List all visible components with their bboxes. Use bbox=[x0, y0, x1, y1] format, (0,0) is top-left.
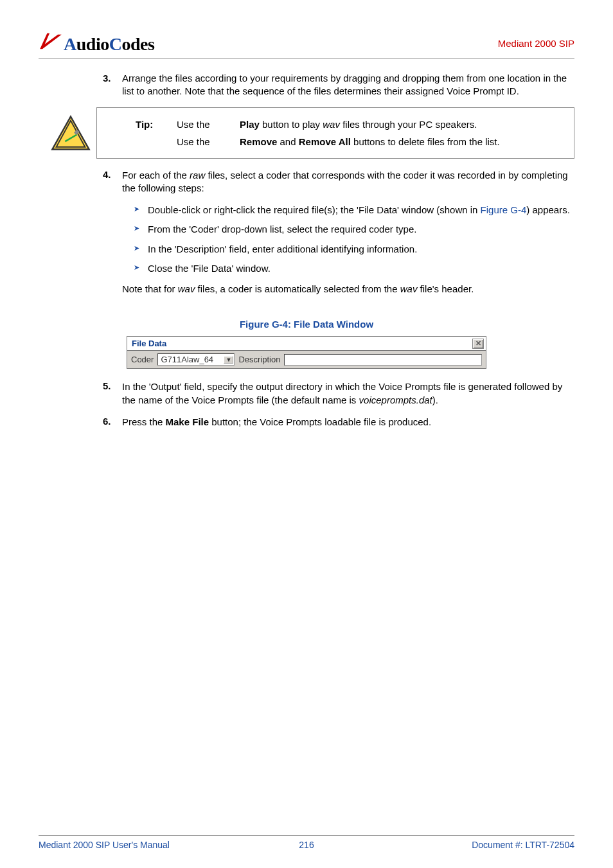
chevron-down-icon: ▼ bbox=[224, 356, 233, 364]
bullet-3: In the 'Description' field, enter additi… bbox=[134, 243, 574, 256]
file-data-window: File Data ✕ Coder G711Alaw_64 ▼ Descript… bbox=[127, 336, 486, 369]
description-input[interactable] bbox=[284, 354, 482, 366]
step4-text: For each of the raw files, select a code… bbox=[122, 169, 574, 195]
step-number: 4. bbox=[39, 169, 122, 305]
tip-icon bbox=[45, 107, 96, 159]
tip-box: Tip: Use the Play button to play wav fil… bbox=[96, 107, 574, 159]
description-label: Description bbox=[238, 355, 280, 364]
step-number: 5. bbox=[39, 380, 122, 416]
logo-text: AudioCodes bbox=[64, 34, 154, 55]
figure-caption: Figure G-4: File Data Window bbox=[39, 319, 574, 330]
step-number: 3. bbox=[39, 72, 122, 107]
coder-value: G711Alaw_64 bbox=[161, 355, 213, 364]
step-number: 6. bbox=[39, 416, 122, 438]
step5-text: In the 'Output' field, specify the outpu… bbox=[122, 380, 574, 407]
logo: AudioCodes bbox=[39, 32, 154, 55]
logo-mark bbox=[39, 32, 63, 53]
figure-link[interactable]: Figure G-4 bbox=[481, 204, 527, 215]
step4-note: Note that for wav files, a coder is auto… bbox=[122, 283, 574, 296]
coder-select[interactable]: G711Alaw_64 ▼ bbox=[157, 353, 235, 366]
tip-label: Tip: bbox=[136, 116, 159, 133]
bullet-4: Close the 'File Data' window. bbox=[134, 262, 574, 275]
coder-label: Coder bbox=[131, 355, 154, 364]
bullet-1: Double-click or right-click the required… bbox=[134, 204, 574, 217]
bullet-2: From the 'Coder' drop-down list, select … bbox=[134, 223, 574, 236]
footer-page-number: 216 bbox=[39, 840, 574, 850]
header-doc-title: Mediant 2000 SIP bbox=[498, 38, 574, 49]
step6-text: Press the Make File button; the Voice Pr… bbox=[122, 416, 574, 429]
window-title: File Data bbox=[129, 337, 169, 350]
close-icon[interactable]: ✕ bbox=[472, 339, 484, 349]
page-header: AudioCodes Mediant 2000 SIP bbox=[39, 32, 574, 59]
page-footer: Mediant 2000 SIP User's Manual 216 Docum… bbox=[39, 835, 574, 850]
step3-text: Arrange the files according to your requ… bbox=[122, 72, 574, 98]
